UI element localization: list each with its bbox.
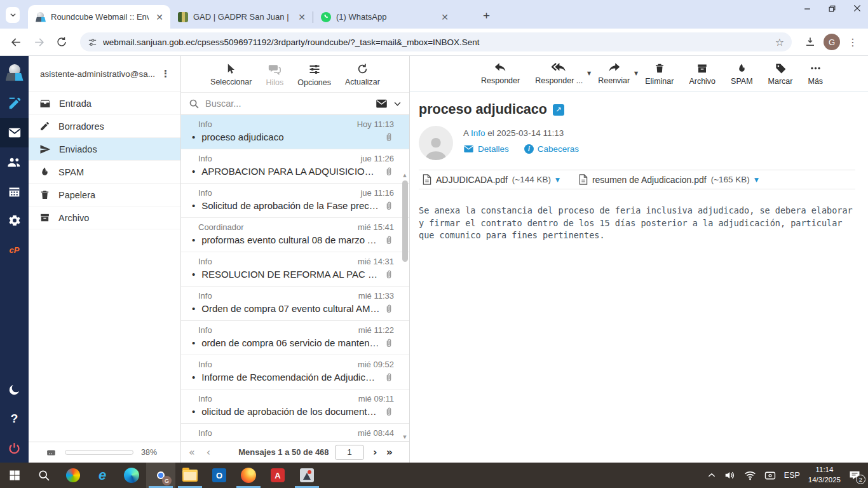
file-explorer-button[interactable] <box>175 463 205 488</box>
reply-all-caret-icon[interactable]: ▼ <box>587 71 591 76</box>
folder-enviados[interactable]: Enviados <box>29 138 180 161</box>
reply-all-button[interactable]: Responder ... ▼ <box>535 62 583 85</box>
notification-center-button[interactable]: 2 <box>849 470 860 480</box>
attachment-item[interactable]: ADJUDICADA.pdf (~144 KB) ▼ <box>423 174 560 185</box>
forward-caret-icon[interactable]: ▼ <box>634 71 638 76</box>
archive-button[interactable]: Archivo <box>689 62 715 86</box>
list-scrollbar[interactable]: ▲ ▼ <box>401 173 409 440</box>
folder-borradores[interactable]: Borradores <box>29 115 180 138</box>
url-bar[interactable]: webmail.sanjuan.gob.ec/cpsess5096971192/… <box>80 32 792 51</box>
help-button[interactable]: ? <box>0 404 29 433</box>
message-row[interactable]: Coordinadormié 15:41 •proformas evento c… <box>181 218 409 252</box>
page-number-input[interactable] <box>335 445 364 460</box>
contacts-nav-button[interactable] <box>0 147 29 177</box>
outlook-button[interactable]: O <box>205 463 234 488</box>
refresh-button[interactable] <box>52 32 71 51</box>
copilot-icon[interactable] <box>58 463 88 488</box>
headers-toggle[interactable]: i Cabeceras <box>524 144 579 154</box>
message-row[interactable]: Infomié 09:52 •Informe de Recomendación … <box>181 355 409 390</box>
profile-avatar[interactable]: G <box>824 34 840 50</box>
mark-button[interactable]: Marcar <box>768 62 793 86</box>
tray-expand-icon[interactable] <box>707 471 716 480</box>
select-button[interactable]: Seleccionar <box>210 63 252 86</box>
scroll-thumb[interactable] <box>402 180 408 262</box>
tab-search-button[interactable] <box>6 7 20 23</box>
message-row[interactable]: Infomié 08:44 <box>181 424 409 441</box>
language-indicator[interactable]: ESP <box>784 471 800 480</box>
new-tab-button[interactable]: + <box>483 9 490 23</box>
tab-close-icon[interactable]: ✕ <box>439 11 451 23</box>
mail-nav-button[interactable] <box>0 118 29 147</box>
firefox-button[interactable] <box>234 463 263 488</box>
account-menu-button[interactable]: ⋮ <box>156 68 175 79</box>
tab-gad[interactable]: GAD | GADPR San Juan | ✕ <box>170 5 313 29</box>
tab-close-icon[interactable]: ✕ <box>296 11 308 23</box>
delete-button[interactable]: Eliminar <box>645 62 674 86</box>
open-in-new-window-icon[interactable]: ↗ <box>553 104 564 116</box>
meet-now-icon[interactable] <box>764 471 776 480</box>
taskbar-search-button[interactable] <box>29 463 58 488</box>
url-text[interactable]: webmail.sanjuan.gob.ec/cpsess5096971192/… <box>103 37 770 47</box>
java-app-button[interactable] <box>292 463 322 488</box>
chrome-taskbar-button[interactable]: G <box>146 463 175 488</box>
restore-button[interactable] <box>828 4 836 13</box>
settings-nav-button[interactable] <box>0 206 29 235</box>
threads-button[interactable]: Hilos <box>266 63 283 87</box>
forward-button[interactable]: Reenviar ▼ <box>598 62 630 85</box>
calendar-nav-button[interactable] <box>0 177 29 206</box>
spam-button[interactable]: SPAM <box>731 62 753 86</box>
message-row[interactable]: Infomié 09:11 •olicitud de aprobación de… <box>181 390 409 424</box>
folder-entrada[interactable]: Entrada <box>29 92 180 115</box>
search-input[interactable] <box>205 98 370 109</box>
folder-papelera[interactable]: Papelera <box>29 184 180 207</box>
attachment-menu-icon[interactable]: ▼ <box>555 177 560 183</box>
message-row[interactable]: Infojue 11:26 •APROBACION PARA LA ADQUIS… <box>181 149 409 184</box>
details-toggle[interactable]: Detalles <box>463 144 509 154</box>
minimize-button[interactable] <box>803 4 811 13</box>
volume-icon[interactable] <box>724 470 736 480</box>
message-row[interactable]: Infomié 11:22 •orden de compra 06 servic… <box>181 321 409 355</box>
close-window-button[interactable] <box>853 4 862 13</box>
scroll-up-icon[interactable]: ▲ <box>403 173 406 178</box>
attachment-name[interactable]: resumen de Adjudicacion.pdf <box>592 175 707 185</box>
refresh-list-button[interactable]: Actualizar <box>345 63 380 86</box>
wifi-icon[interactable] <box>744 471 756 480</box>
search-options-chevron-icon[interactable] <box>393 100 402 108</box>
dark-mode-button[interactable] <box>0 375 29 404</box>
tab-close-icon[interactable]: ✕ <box>154 11 165 23</box>
options-button[interactable]: Opciones <box>297 63 331 87</box>
downloads-button[interactable] <box>801 32 820 51</box>
next-page-button[interactable]: › <box>373 446 377 458</box>
start-button[interactable] <box>0 463 29 488</box>
attachment-menu-icon[interactable]: ▼ <box>754 177 759 183</box>
forward-button[interactable] <box>29 32 48 51</box>
last-page-button[interactable]: » <box>386 446 393 458</box>
more-button[interactable]: Más <box>808 62 823 86</box>
tab-roundcube[interactable]: Roundcube Webmail :: Enviados ✕ <box>28 5 170 29</box>
recipient-link[interactable]: Info <box>471 128 485 138</box>
search-scope-envelope-icon[interactable] <box>376 99 388 109</box>
browser-menu-button[interactable]: ⋮ <box>844 36 862 48</box>
reply-button[interactable]: Responder <box>481 62 520 85</box>
message-row[interactable]: Infomié 11:33 •Orden de compra 07 evento… <box>181 287 409 321</box>
prev-page-button[interactable]: ‹ <box>207 446 210 458</box>
internet-explorer-icon[interactable]: e <box>88 463 117 488</box>
attachment-name[interactable]: ADJUDICADA.pdf <box>436 175 508 185</box>
clock[interactable]: 11:14 14/3/2025 <box>808 465 841 485</box>
attachment-item[interactable]: resumen de Adjudicacion.pdf (~165 KB) ▼ <box>579 174 759 185</box>
compose-button[interactable] <box>0 89 29 118</box>
bookmark-star-icon[interactable]: ☆ <box>775 36 784 48</box>
message-row[interactable]: Infomié 14:31 •RESOLUCION DE REFORMA AL … <box>181 252 409 287</box>
first-page-button[interactable]: « <box>189 446 195 458</box>
edge-icon[interactable] <box>117 463 146 488</box>
folder-archivo[interactable]: Archivo <box>29 207 180 229</box>
message-row[interactable]: InfoHoy 11:13 •proceso adjudicaco <box>181 115 409 149</box>
acrobat-button[interactable]: A <box>263 463 292 488</box>
back-button[interactable] <box>6 32 25 51</box>
message-row[interactable]: Infojue 11:16 •Solicitud de aprobación d… <box>181 184 409 218</box>
cpanel-button[interactable]: cP <box>0 235 29 264</box>
site-settings-icon[interactable] <box>88 37 97 47</box>
scroll-down-icon[interactable]: ▼ <box>403 435 406 440</box>
tab-whatsapp[interactable]: (1) WhatsApp ✕ <box>313 5 456 29</box>
logout-button[interactable] <box>0 433 29 463</box>
